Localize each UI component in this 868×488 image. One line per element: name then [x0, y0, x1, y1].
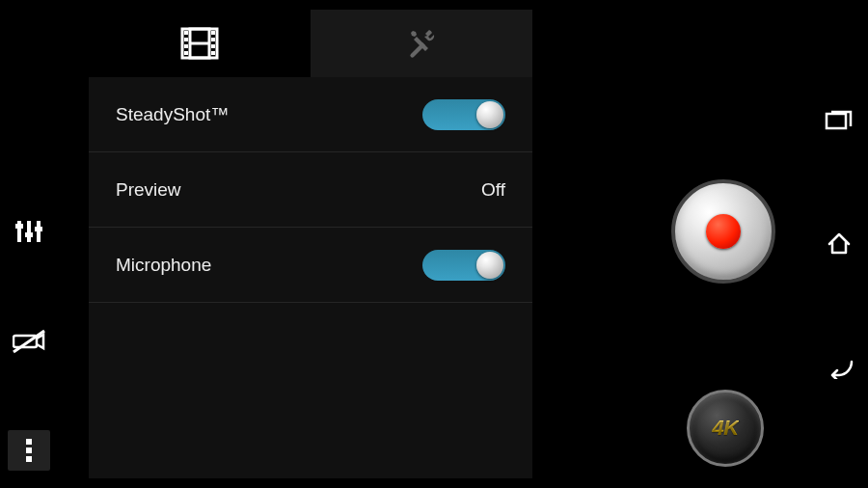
left-rail [0, 0, 58, 488]
svg-rect-16 [211, 31, 215, 35]
svg-rect-8 [26, 447, 32, 453]
svg-rect-13 [184, 38, 188, 41]
svg-rect-17 [211, 38, 215, 41]
home-icon [826, 230, 853, 258]
film-icon [180, 27, 219, 60]
svg-rect-9 [26, 456, 32, 462]
mode-badge-button[interactable]: 4K [687, 390, 764, 467]
steadyshot-toggle[interactable] [422, 99, 505, 130]
tab-video[interactable] [89, 10, 311, 77]
row-microphone[interactable]: Microphone [89, 228, 532, 303]
gallery-button[interactable] [818, 98, 860, 141]
row-steadyshot[interactable]: SteadyShot™ [89, 77, 532, 152]
overflow-menu-button[interactable] [8, 430, 50, 471]
row-preview[interactable]: Preview Off [89, 152, 532, 228]
svg-line-6 [14, 331, 44, 352]
svg-rect-15 [184, 51, 188, 55]
tools-icon [405, 27, 438, 60]
adjustments-button[interactable] [8, 210, 50, 253]
svg-rect-4 [25, 232, 33, 237]
preview-value: Off [481, 179, 505, 201]
toggle-knob [476, 101, 503, 128]
svg-rect-12 [184, 31, 188, 35]
camera-switch-off-button[interactable] [8, 320, 50, 363]
row-label: Microphone [116, 255, 211, 276]
toggle-knob [476, 252, 503, 279]
svg-rect-3 [15, 224, 23, 229]
svg-rect-1 [27, 221, 31, 242]
sliders-icon [14, 217, 43, 246]
record-button[interactable] [671, 179, 775, 284]
svg-rect-14 [184, 44, 188, 48]
row-label: Preview [116, 179, 181, 201]
row-label: SteadyShot™ [116, 104, 229, 125]
record-dot-icon [706, 214, 741, 249]
settings-rows: SteadyShot™ Preview Off Microphone [89, 77, 532, 303]
settings-tabs [89, 10, 532, 77]
home-button[interactable] [818, 223, 860, 265]
svg-rect-18 [211, 44, 215, 48]
camera-switch-off-icon [13, 328, 45, 355]
settings-panel: SteadyShot™ Preview Off Microphone [89, 10, 532, 478]
svg-rect-7 [26, 439, 32, 445]
back-button[interactable] [818, 347, 860, 390]
microphone-toggle[interactable] [422, 250, 505, 281]
svg-rect-21 [827, 114, 846, 128]
svg-rect-19 [211, 51, 215, 55]
svg-rect-5 [35, 227, 42, 231]
gallery-stack-icon [825, 108, 854, 131]
tab-tools[interactable] [311, 10, 532, 77]
mode-badge-text: 4K [712, 416, 738, 441]
back-icon [825, 358, 854, 379]
menu-dots-icon [24, 438, 34, 463]
right-rail [810, 0, 868, 488]
